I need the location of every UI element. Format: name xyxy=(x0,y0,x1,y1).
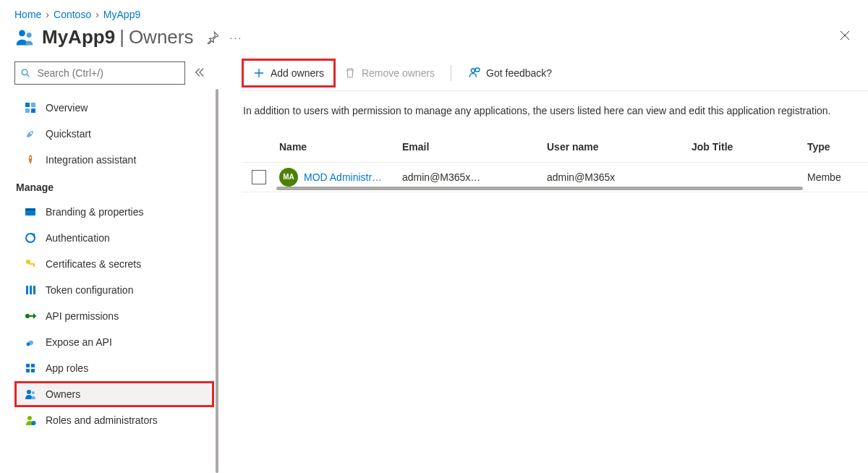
svg-rect-11 xyxy=(25,208,35,210)
svg-rect-18 xyxy=(30,286,32,294)
sidebar-item-certificates[interactable]: Certificates & secrets xyxy=(14,251,214,277)
sidebar-item-branding[interactable]: Branding & properties xyxy=(14,199,214,225)
search-icon xyxy=(21,68,30,78)
svg-point-28 xyxy=(27,416,32,420)
svg-rect-7 xyxy=(31,108,35,113)
svg-rect-4 xyxy=(25,103,30,107)
app-roles-icon xyxy=(24,362,37,375)
close-icon[interactable] xyxy=(836,27,854,48)
rocket-icon xyxy=(24,153,37,166)
svg-point-20 xyxy=(25,314,30,318)
owner-name-link[interactable]: MOD Administr… xyxy=(304,171,382,183)
sidebar-item-integration[interactable]: Integration assistant xyxy=(14,147,214,173)
sidebar-item-overview[interactable]: Overview xyxy=(14,95,214,121)
svg-point-2 xyxy=(22,69,27,75)
breadcrumb-home[interactable]: Home xyxy=(14,9,41,20)
breadcrumb-app[interactable]: MyApp9 xyxy=(103,9,140,20)
sidebar-item-expose-api[interactable]: Expose an API xyxy=(14,329,214,355)
row-checkbox[interactable] xyxy=(252,170,266,184)
col-job[interactable]: Job Title xyxy=(692,141,807,153)
main-content: Add owners Remove owners Got feedback? I… xyxy=(218,56,868,473)
plus-icon xyxy=(253,67,265,79)
sidebar-item-label: Expose an API xyxy=(46,336,112,348)
svg-rect-15 xyxy=(30,263,35,265)
svg-rect-24 xyxy=(26,369,30,372)
table-row[interactable]: MA MOD Administr… admin@M365x… admin@M36… xyxy=(242,163,868,192)
col-user[interactable]: User name xyxy=(547,141,692,153)
svg-rect-16 xyxy=(33,265,35,267)
svg-point-21 xyxy=(27,343,30,346)
search-input[interactable] xyxy=(14,61,185,85)
sidebar-resize-handle[interactable] xyxy=(216,89,218,473)
sidebar-item-label: Authentication xyxy=(46,232,110,244)
sidebar-item-app-roles[interactable]: App roles xyxy=(14,355,214,381)
svg-rect-5 xyxy=(31,103,35,107)
sidebar-item-api-permissions[interactable]: API permissions xyxy=(14,303,214,329)
sidebar: Overview Quickstart Integration assistan… xyxy=(0,56,218,473)
svg-line-3 xyxy=(27,74,29,77)
sidebar-item-authentication[interactable]: Authentication xyxy=(14,225,214,251)
svg-rect-6 xyxy=(25,108,30,113)
collapse-sidebar-button[interactable] xyxy=(194,67,204,80)
svg-point-8 xyxy=(30,132,33,135)
sidebar-item-token[interactable]: Token configuration xyxy=(14,277,214,303)
horizontal-scrollbar[interactable] xyxy=(276,187,803,190)
toolbar: Add owners Remove owners Got feedback? xyxy=(242,56,868,91)
sidebar-item-label: Integration assistant xyxy=(46,154,136,166)
breadcrumb-tenant[interactable]: Contoso xyxy=(54,9,91,20)
svg-rect-25 xyxy=(31,369,35,372)
owner-email: admin@M365x… xyxy=(402,171,547,183)
breadcrumb: Home › Contoso › MyApp9 xyxy=(0,0,868,23)
svg-point-29 xyxy=(32,421,36,425)
branding-icon xyxy=(24,205,37,218)
toolbar-separator xyxy=(451,65,451,81)
svg-point-9 xyxy=(30,157,31,158)
sidebar-item-label: Owners xyxy=(46,388,80,400)
avatar: MA xyxy=(279,168,298,187)
api-perm-icon xyxy=(24,310,37,323)
owners-header-icon xyxy=(14,27,35,48)
trash-icon xyxy=(344,67,356,79)
owners-table: Name Email User name Job Title Type MA M… xyxy=(242,132,868,192)
page-title: MyApp9 xyxy=(42,26,115,48)
sidebar-item-label: Token configuration xyxy=(46,284,133,296)
sidebar-item-label: App roles xyxy=(46,362,88,374)
key-icon xyxy=(24,257,37,270)
sidebar-item-label: Branding & properties xyxy=(46,206,143,218)
sidebar-item-label: API permissions xyxy=(46,310,119,322)
feedback-button[interactable]: Got feedback? xyxy=(459,61,561,85)
page-subtitle: Owners xyxy=(129,26,194,48)
quickstart-icon xyxy=(24,127,37,140)
token-icon xyxy=(24,284,37,297)
page-header: MyApp9 | Owners ··· xyxy=(0,23,868,56)
sidebar-item-label: Roles and administrators xyxy=(46,414,158,426)
owner-type: Membe xyxy=(807,171,865,183)
sidebar-section-manage: Manage xyxy=(14,173,218,199)
roles-icon xyxy=(24,414,37,427)
svg-point-0 xyxy=(19,30,25,36)
expose-icon xyxy=(24,336,37,349)
col-name[interactable]: Name xyxy=(276,141,402,153)
svg-point-30 xyxy=(471,69,475,72)
remove-owners-button[interactable]: Remove owners xyxy=(336,61,443,85)
owners-icon xyxy=(24,388,37,401)
svg-rect-23 xyxy=(31,364,35,367)
svg-rect-17 xyxy=(26,286,28,294)
add-owners-button[interactable]: Add owners xyxy=(244,61,333,85)
col-email[interactable]: Email xyxy=(402,141,547,153)
auth-icon xyxy=(24,231,37,244)
table-header: Name Email User name Job Title Type xyxy=(242,132,868,163)
sidebar-item-label: Certificates & secrets xyxy=(46,258,141,270)
sidebar-item-label: Quickstart xyxy=(46,128,91,140)
sidebar-item-owners[interactable]: Owners xyxy=(14,381,214,407)
pin-icon[interactable] xyxy=(206,31,219,44)
more-icon[interactable]: ··· xyxy=(229,32,242,43)
col-type[interactable]: Type xyxy=(807,141,865,153)
svg-rect-31 xyxy=(475,68,480,72)
svg-rect-22 xyxy=(26,364,30,367)
sidebar-item-quickstart[interactable]: Quickstart xyxy=(14,121,214,147)
description-text: In addition to users with permission to … xyxy=(242,91,868,132)
chevron-right-icon: › xyxy=(46,9,49,20)
svg-point-1 xyxy=(27,33,32,38)
sidebar-item-roles[interactable]: Roles and administrators xyxy=(14,407,214,433)
